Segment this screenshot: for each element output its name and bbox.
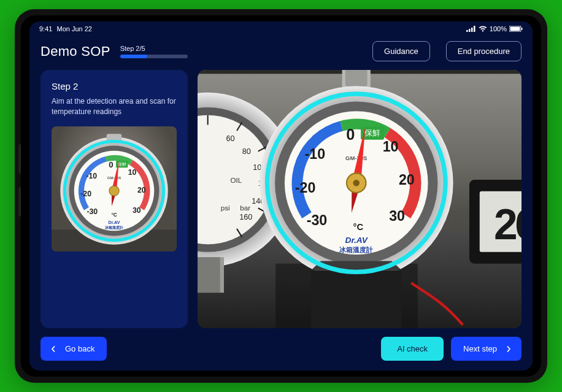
go-back-label: Go back [65,344,94,353]
svg-rect-2 [471,28,473,32]
status-right: 100% [466,25,523,33]
svg-rect-3 [474,26,475,32]
svg-text:-10: -10 [86,171,97,180]
svg-text:160: 160 [239,213,252,221]
svg-text:-20: -20 [80,190,91,198]
step-instruction-card: Step 2 Aim at the detection area and sca… [40,70,188,328]
guidance-button[interactable]: Guidance [372,41,430,61]
tablet-bezel: 9:41 Mon Jun 22 100% Demo SOP Step 2/5 [21,15,541,377]
svg-text:26: 26 [494,201,522,248]
svg-text:冰箱溫度計: 冰箱溫度計 [339,246,373,253]
svg-text:0: 0 [346,126,355,143]
wifi-icon [479,26,487,32]
page-title: Demo SOP [40,44,110,60]
svg-rect-59 [345,70,368,86]
svg-text:-30: -30 [87,207,98,216]
svg-text:GM-30S: GM-30S [345,155,367,161]
cell-signal-icon [466,26,476,32]
svg-rect-5 [510,27,520,31]
svg-text:10: 10 [128,167,137,176]
svg-text:GM-30S: GM-30S [107,175,121,179]
step-instruction-text: Aim at the detection area and scan for t… [52,96,177,118]
status-left: 9:41 Mon Jun 22 [39,25,94,33]
svg-text:0: 0 [109,160,113,169]
header-row: Demo SOP Step 2/5 Guidance End procedure [29,36,533,70]
live-camera-scene: 100120 140160 8060 OIL psi bar [198,70,522,328]
progress-fill [120,55,147,58]
svg-text:°C: °C [111,212,117,218]
svg-text:OIL: OIL [231,177,242,184]
svg-text:20: 20 [137,186,146,194]
main-content: Step 2 Aim at the detection area and sca… [29,70,533,328]
app-screen: 9:41 Mon Jun 22 100% Demo SOP Step 2/5 [29,21,533,371]
svg-text:保鮮: 保鮮 [118,162,126,167]
svg-text:30: 30 [133,206,141,215]
battery-icon [509,26,523,32]
tablet-device: 9:41 Mon Jun 22 100% Demo SOP Step 2/5 [15,9,547,383]
svg-text:psi: psi [221,204,230,212]
svg-text:-30: -30 [307,212,327,228]
svg-text:-10: -10 [305,146,325,162]
digital-thermometer: 26 [469,180,522,264]
svg-point-29 [109,186,119,196]
end-procedure-button[interactable]: End procedure [446,41,522,61]
ai-check-label: AI check [397,344,428,353]
svg-rect-6 [522,28,523,30]
reference-gauge-illustration: -30 -20 -10 0 10 20 30 °C GM-30S Dr.AV 冰 [52,126,177,252]
progress-indicator: Step 2/5 [120,45,188,58]
battery-pct: 100% [490,25,507,33]
step-counter-label: Step 2/5 [120,45,188,52]
reference-thumbnail: -30 -20 -10 0 10 20 30 °C GM-30S Dr.AV 冰 [52,126,177,252]
status-date: Mon Jun 22 [56,25,91,33]
svg-text:20: 20 [399,172,415,188]
svg-rect-54 [198,257,220,293]
svg-text:60: 60 [226,134,234,143]
svg-rect-1 [469,29,471,32]
svg-text:Dr.AV: Dr.AV [109,220,120,225]
chevron-left-icon [50,346,56,352]
footer-row: Go back AI check Next step [29,328,533,371]
svg-text:bar: bar [240,204,250,212]
svg-text:30: 30 [389,208,405,224]
svg-text:冰箱溫度計: 冰箱溫度計 [105,225,123,229]
svg-text:10: 10 [383,139,399,155]
svg-rect-81 [311,270,401,328]
status-bar: 9:41 Mon Jun 22 100% [29,21,533,36]
go-back-button[interactable]: Go back [40,337,107,361]
next-step-label: Next step [463,344,497,353]
chevron-right-icon [506,346,512,352]
step-heading: Step 2 [52,81,177,91]
svg-rect-0 [466,30,468,32]
progress-bar [120,55,188,58]
svg-text:Dr.AV: Dr.AV [345,236,369,245]
svg-text:°C: °C [353,222,364,232]
status-time: 9:41 [39,25,52,33]
svg-text:-20: -20 [295,180,315,196]
svg-text:80: 80 [242,147,251,156]
next-step-button[interactable]: Next step [451,337,522,361]
svg-text:保鮮: 保鮮 [364,129,380,137]
svg-point-80 [353,180,360,186]
camera-viewport[interactable]: 100120 140160 8060 OIL psi bar [198,70,522,328]
ai-check-button[interactable]: AI check [381,337,444,361]
